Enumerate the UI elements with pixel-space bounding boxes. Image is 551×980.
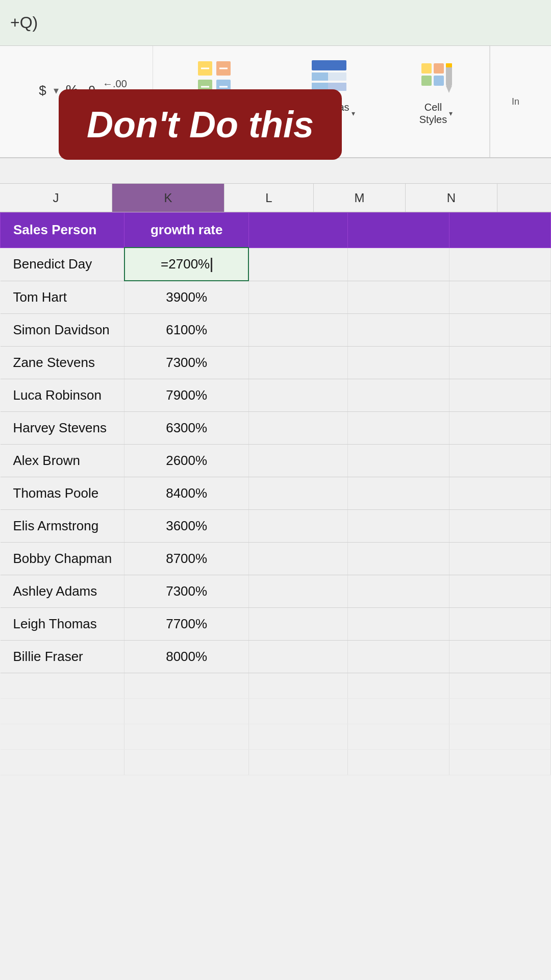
cell-n-5 — [449, 412, 550, 445]
cell-m-7 — [347, 477, 449, 510]
table-row[interactable]: Tom Hart 3900% — [1, 281, 551, 314]
insert-btn-partial[interactable]: In — [512, 96, 519, 107]
empty-k-4[interactable] — [124, 750, 248, 775]
cell-n-4 — [449, 379, 550, 412]
cell-l-9[interactable] — [248, 543, 347, 575]
cell-n-10 — [449, 575, 550, 608]
table-row[interactable]: Benedict Day =2700% — [1, 248, 551, 281]
cell-l-12[interactable] — [248, 641, 347, 673]
cell-name-12: Billie Fraser — [1, 641, 124, 673]
cell-l-10[interactable] — [248, 575, 347, 608]
cell-m-3 — [347, 347, 449, 379]
cell-value-1[interactable]: 3900% — [124, 281, 248, 314]
empty-j-2[interactable] — [1, 699, 124, 724]
grid-main: J K L M N Sales Person growth rate Bened… — [0, 158, 551, 980]
decrease-decimal-icon[interactable]: ←.00 — [103, 78, 127, 90]
ribbon: $ ▾ % 9 ←.00 .00→ Number ↙ — [0, 46, 551, 158]
cell-l-7[interactable] — [248, 477, 347, 510]
dollar-dropdown[interactable]: ▾ — [54, 84, 59, 96]
table-row[interactable]: Elis Armstrong 3600% — [1, 510, 551, 543]
cell-value-4[interactable]: 7900% — [124, 379, 248, 412]
table-row[interactable]: Thomas Poole 8400% — [1, 477, 551, 510]
empty-k-2[interactable] — [124, 699, 248, 724]
header-m — [347, 213, 449, 248]
table-row[interactable]: Simon Davidson 6100% — [1, 314, 551, 347]
table-row[interactable]: Alex Brown 2600% — [1, 445, 551, 477]
cell-n-6 — [449, 445, 550, 477]
cell-m-2 — [347, 314, 449, 347]
cell-value-12[interactable]: 8000% — [124, 641, 248, 673]
cell-value-0[interactable]: =2700% — [124, 248, 248, 281]
table-row[interactable]: Harvey Stevens 6300% — [1, 412, 551, 445]
empty-j-4[interactable] — [1, 750, 124, 775]
cell-value-11[interactable]: 7700% — [124, 608, 248, 641]
cell-l-5[interactable] — [248, 412, 347, 445]
table-row[interactable]: Bobby Chapman 8700% — [1, 543, 551, 575]
cell-value-3[interactable]: 7300% — [124, 347, 248, 379]
empty-n-4 — [449, 750, 550, 775]
empty-n-3 — [449, 724, 550, 750]
col-header-l[interactable]: L — [224, 184, 314, 212]
empty-m — [347, 673, 449, 699]
empty-l-3[interactable] — [248, 724, 347, 750]
empty-m-2 — [347, 699, 449, 724]
cell-m-10 — [347, 575, 449, 608]
cell-m-6 — [347, 445, 449, 477]
cell-m-9 — [347, 543, 449, 575]
cell-value-2[interactable]: 6100% — [124, 314, 248, 347]
cell-value-7[interactable]: 8400% — [124, 477, 248, 510]
cell-m-12 — [347, 641, 449, 673]
cell-styles-label: CellStyles — [419, 101, 447, 126]
empty-m-4 — [347, 750, 449, 775]
svg-rect-19 — [446, 63, 452, 67]
empty-l-2[interactable] — [248, 699, 347, 724]
empty-n-2 — [449, 699, 550, 724]
cell-l-8[interactable] — [248, 510, 347, 543]
table-row[interactable]: Luca Robinson 7900% — [1, 379, 551, 412]
cell-m-1 — [347, 281, 449, 314]
cell-name-9: Bobby Chapman — [1, 543, 124, 575]
cell-l-11[interactable] — [248, 608, 347, 641]
cell-value-5[interactable]: 6300% — [124, 412, 248, 445]
empty-l-4[interactable] — [248, 750, 347, 775]
cell-name-6: Alex Brown — [1, 445, 124, 477]
empty-n — [449, 673, 550, 699]
cell-l-6[interactable] — [248, 445, 347, 477]
banner-text: Don't Do this — [87, 104, 314, 145]
table-row[interactable]: Leigh Thomas 7700% — [1, 608, 551, 641]
cell-name-8: Elis Armstrong — [1, 510, 124, 543]
table-row[interactable]: Billie Fraser 8000% — [1, 641, 551, 673]
cell-l-0[interactable] — [248, 248, 347, 281]
svg-rect-13 — [421, 63, 432, 74]
empty-k[interactable] — [124, 673, 248, 699]
col-header-j[interactable]: J — [0, 184, 112, 212]
svg-rect-11 — [312, 72, 328, 81]
cell-m-0 — [347, 248, 449, 281]
table-row[interactable]: Ashley Adams 7300% — [1, 575, 551, 608]
cell-l-4[interactable] — [248, 379, 347, 412]
empty-row — [1, 673, 551, 699]
cell-styles-btn[interactable]: CellStyles ▾ — [415, 57, 456, 126]
cell-l-2[interactable] — [248, 314, 347, 347]
header-n — [449, 213, 550, 248]
col-header-k[interactable]: K — [112, 184, 224, 212]
cell-value-10[interactable]: 7300% — [124, 575, 248, 608]
cell-styles-icon — [415, 57, 456, 98]
empty-l[interactable] — [248, 673, 347, 699]
col-header-n[interactable]: N — [406, 184, 497, 212]
cell-value-9[interactable]: 8700% — [124, 543, 248, 575]
cell-n-1 — [449, 281, 550, 314]
cell-name-0: Benedict Day — [1, 248, 124, 281]
cell-name-10: Ashley Adams — [1, 575, 124, 608]
ribbon-right-section: In — [490, 46, 541, 157]
col-header-m[interactable]: M — [314, 184, 406, 212]
table-row[interactable]: Zane Stevens 7300% — [1, 347, 551, 379]
empty-j-3[interactable] — [1, 724, 124, 750]
empty-j[interactable] — [1, 673, 124, 699]
cell-l-1[interactable] — [248, 281, 347, 314]
dollar-btn[interactable]: $ — [36, 81, 49, 101]
cell-value-6[interactable]: 2600% — [124, 445, 248, 477]
cell-value-8[interactable]: 3600% — [124, 510, 248, 543]
empty-k-3[interactable] — [124, 724, 248, 750]
cell-l-3[interactable] — [248, 347, 347, 379]
